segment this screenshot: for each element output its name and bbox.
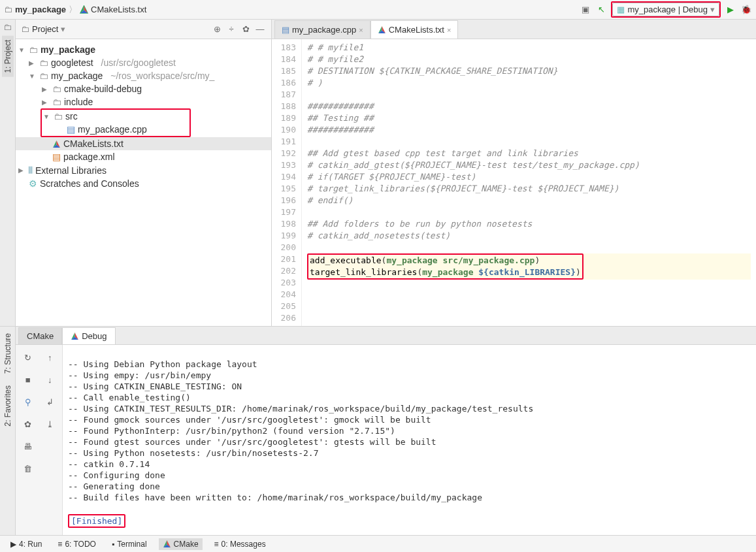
breadcrumb-folder[interactable]: my_package — [15, 5, 66, 14]
hide-icon[interactable]: — — [254, 24, 266, 35]
tree-scratches[interactable]: ⚙ Scratches and Consoles — [16, 177, 271, 190]
tree-package-xml[interactable]: ▤ package.xml — [16, 150, 271, 163]
folder-icon: 🗀 — [39, 71, 48, 81]
terminal-icon: ▪ — [112, 540, 114, 549]
libs-icon: 𝄃𝄃 — [29, 165, 33, 176]
tree-root[interactable]: ▼ 🗀 my_package — [16, 43, 271, 56]
wrap-icon[interactable]: ↲ — [41, 392, 60, 412]
up-icon[interactable]: ↑ — [41, 348, 60, 367]
stab-todo[interactable]: ≡6: TODO — [54, 538, 100, 550]
cmake-icon — [378, 25, 386, 34]
vtab-structure[interactable]: 7: Structure — [2, 329, 14, 378]
build-hammer-icon[interactable]: ↖ — [595, 4, 607, 16]
folder-icon: 🗀 — [52, 97, 61, 107]
todo-icon: ≡ — [58, 540, 62, 549]
vtab-favorites[interactable]: 2: Favorites — [2, 382, 14, 430]
code-content[interactable]: # # myfile1 # # myfile2 # DESTINATION ${… — [302, 39, 756, 326]
tree-include[interactable]: ▶ 🗀 include — [16, 95, 271, 108]
chevron-down-icon[interactable]: ▾ — [61, 24, 65, 34]
console-output[interactable]: -- Using Debian Python package layout --… — [63, 345, 756, 535]
src-highlight-box: ▼ 🗀 src ▤ my_package.cpp — [41, 108, 191, 137]
project-panel-title[interactable]: Project — [32, 24, 58, 34]
tree-src[interactable]: ▼ 🗀 src — [42, 110, 189, 123]
folder-icon: 🗀 — [39, 57, 48, 68]
run-icon: ▶ — [10, 540, 16, 549]
collapse-arrow-icon[interactable]: ▼ — [29, 73, 37, 80]
cmake-icon — [163, 540, 171, 548]
tree-src-file[interactable]: ▤ my_package.cpp — [42, 123, 189, 136]
folder-icon: 🗀 — [54, 111, 63, 122]
expand-all-icon[interactable]: ÷ — [225, 24, 237, 35]
tree-googletest[interactable]: ▶ 🗀 googletest /usr/src/googletest — [16, 56, 271, 69]
top-toolbar: 🗀 my_package 〉 CMakeLists.txt ▣ ↖ ▦ my_p… — [0, 0, 756, 20]
collapse-arrow-icon[interactable]: ▼ — [18, 46, 26, 54]
code-highlight-box: add_executable(my_package src/my_package… — [307, 253, 583, 280]
project-panel-header: 🗀 Project ▾ ⊕ ÷ ✿ — — [16, 20, 271, 39]
finished-highlight: [Finished] — [68, 514, 125, 528]
scroll-icon[interactable]: ⤓ — [41, 414, 60, 434]
run-config-label: my_package | Debug — [627, 5, 708, 14]
stab-terminal[interactable]: ▪Terminal — [108, 538, 151, 550]
project-icon: 🗀 — [21, 24, 29, 34]
print-icon[interactable]: 🖶 — [18, 436, 38, 456]
stop-icon[interactable]: ■ — [18, 370, 38, 389]
gear-icon[interactable]: ✿ — [240, 24, 252, 35]
layout-icon[interactable]: ▣ — [580, 4, 591, 16]
stab-cmake[interactable]: CMake — [159, 538, 203, 550]
bottom-panel: 7: Structure 2: Favorites CMake Debug ↻ … — [0, 326, 756, 535]
trash-icon[interactable]: 🗑 — [18, 459, 38, 478]
run-config-selector[interactable]: ▦ my_package | Debug ▾ — [612, 3, 719, 16]
bottom-left-gutter: 7: Structure 2: Favorites — [0, 327, 16, 535]
xml-file-icon: ▤ — [52, 152, 61, 162]
tree-cmake-build[interactable]: ▶ 🗀 cmake-build-debug — [16, 82, 271, 95]
expand-arrow-icon[interactable]: ▶ — [42, 99, 50, 106]
tree-cmakelists[interactable]: CMakeLists.txt — [16, 137, 271, 150]
run-icon[interactable]: ▶ — [725, 4, 736, 16]
editor-body[interactable]: 1831841851861871881891901911921931941951… — [272, 39, 756, 326]
editor-tabs: ▤ my_package.cpp × CMakeLists.txt × — [272, 20, 756, 39]
tree-module[interactable]: ▼ 🗀 my_package ~/ros_workspace/src/my_ — [16, 69, 271, 82]
dropdown-arrow-icon: ▾ — [710, 5, 715, 14]
expand-arrow-icon[interactable]: ▶ — [18, 167, 26, 174]
breadcrumb: 🗀 my_package 〉 CMakeLists.txt — [4, 4, 580, 16]
line-number-gutter: 1831841851861871881891901911921931941951… — [272, 39, 302, 326]
breadcrumb-file[interactable]: CMakeLists.txt — [80, 5, 146, 14]
down-icon[interactable]: ↓ — [41, 370, 60, 389]
console-toolbar: ↻ ↑ ■ ↓ ⚲ ↲ ✿ ⤓ 🖶 🗑 — [16, 345, 63, 535]
bottom-tab-debug[interactable]: Debug — [62, 327, 115, 344]
close-icon[interactable]: × — [447, 26, 451, 34]
run-config-highlight: ▦ my_package | Debug ▾ — [611, 1, 721, 18]
editor-tab-cmake[interactable]: CMakeLists.txt × — [370, 20, 459, 39]
cmake-icon — [80, 5, 88, 14]
project-view-icon[interactable]: 🗀 — [3, 22, 12, 32]
editor-area: ▤ my_package.cpp × CMakeLists.txt × 1831… — [272, 20, 756, 326]
collapse-arrow-icon[interactable]: ▼ — [43, 113, 51, 120]
status-bar: ▶4: Run ≡6: TODO ▪Terminal CMake ≡0: Mes… — [0, 535, 756, 552]
filter-icon[interactable]: ⚲ — [18, 392, 38, 412]
tree-external-libs[interactable]: ▶ 𝄃𝄃 External Libraries — [16, 163, 271, 177]
close-icon[interactable]: × — [359, 26, 363, 34]
run-config-window-icon: ▦ — [617, 5, 625, 14]
cmake-icon — [52, 140, 61, 148]
finished-label: [Finished] — [71, 516, 122, 526]
expand-arrow-icon[interactable]: ▶ — [42, 86, 50, 93]
stab-messages[interactable]: ≡0: Messages — [210, 538, 270, 550]
editor-tab-cpp[interactable]: ▤ my_package.cpp × — [274, 20, 370, 39]
project-tree[interactable]: ▼ 🗀 my_package ▶ 🗀 googletest /usr/src/g… — [16, 39, 271, 326]
cpp-file-icon: ▤ — [67, 124, 75, 135]
folder-icon: 🗀 — [4, 5, 12, 14]
stab-run[interactable]: ▶4: Run — [7, 538, 46, 550]
bottom-tabs: CMake Debug — [16, 327, 756, 345]
project-panel: 🗀 Project ▾ ⊕ ÷ ✿ — ▼ 🗀 my_package ▶ 🗀 — [16, 20, 272, 326]
messages-icon: ≡ — [214, 540, 219, 549]
gear-icon[interactable]: ✿ — [18, 414, 38, 434]
debug-icon[interactable]: 🐞 — [740, 4, 752, 16]
breadcrumb-sep: 〉 — [69, 4, 77, 16]
bottom-tab-cmake[interactable]: CMake — [18, 327, 62, 344]
expand-arrow-icon[interactable]: ▶ — [29, 59, 37, 67]
cmake-icon — [71, 332, 79, 340]
reload-icon[interactable]: ↻ — [18, 348, 38, 367]
vtab-project[interactable]: 1: Project — [2, 36, 14, 77]
locate-icon[interactable]: ⊕ — [211, 24, 223, 35]
folder-icon: 🗀 — [52, 84, 61, 94]
